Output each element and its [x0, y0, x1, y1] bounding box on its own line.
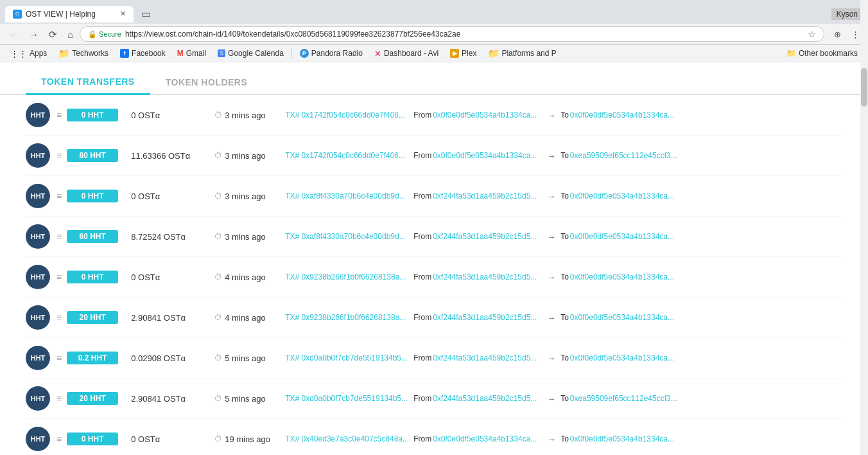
to-address[interactable]: 0x0f0e0df5e0534a4b1334ca... [570, 272, 674, 281]
from-label: From [413, 434, 431, 443]
bookmark-star-icon[interactable]: ☆ [808, 29, 816, 39]
tx-hash[interactable]: TX# 0xaf8f4330a70b6c4e00db9d... [285, 232, 413, 241]
lines-icon: ≡ [56, 191, 62, 201]
tab-close-button[interactable]: ✕ [120, 10, 126, 18]
from-address[interactable]: 0xf244fa53d1aa459b2c15d5... [433, 232, 542, 241]
platforms-folder-icon: 📁 [488, 48, 499, 58]
back-button[interactable]: ← [5, 27, 22, 42]
home-button[interactable]: ⌂ [64, 27, 77, 42]
arrow-icon: → [547, 192, 555, 201]
bookmark-pandora[interactable]: P Pandora Radio [295, 48, 368, 59]
tx-hash[interactable]: TX# 0xaf8f4330a70b6c4e00db9d... [285, 192, 413, 201]
clock-icon: ⏱ [214, 353, 222, 362]
scrollbar-thumb[interactable] [861, 68, 867, 107]
to-address[interactable]: 0x0f0e0df5e0534a4b1334ca... [570, 232, 674, 241]
bookmark-techworks[interactable]: 📁 Techworks [53, 47, 114, 60]
active-tab[interactable]: O OST VIEW | Helping ✕ [5, 6, 134, 22]
to-address[interactable]: 0x0f0e0df5e0534a4b1334ca... [570, 313, 674, 322]
arrow-icon: → [547, 272, 555, 282]
from-address[interactable]: 0xf244fa53d1aa459b2c15d5... [433, 353, 542, 362]
to-label: To [560, 232, 569, 241]
avatar: HHT [26, 224, 50, 249]
to-address[interactable]: 0x0f0e0df5e0534a4b1334ca... [570, 192, 674, 201]
tx-hash[interactable]: TX# 0x9238b266f1b0f66268138a... [285, 313, 413, 322]
facebook-icon: f [120, 49, 129, 58]
time-cell: ⏱ 4 mins ago [214, 272, 285, 282]
avatar: HHT [26, 386, 50, 411]
avatar: HHT [26, 427, 50, 451]
bookmark-dashboard[interactable]: ✕ Dashboard - Avi [369, 48, 444, 60]
token-badge: 20 HHT [67, 311, 118, 324]
page-content: TOKEN TRANSFERS TOKEN HOLDERS HHT ≡ 0 HH… [0, 62, 868, 455]
tab-token-transfers[interactable]: TOKEN TRANSFERS [26, 70, 150, 95]
browser-chrome: O OST VIEW | Helping ✕ ▭ Kyson ← → ⟳ ⌂ 🔒… [0, 0, 868, 62]
lines-icon: ≡ [56, 434, 62, 444]
bookmark-plex[interactable]: ▶ Plex [445, 48, 482, 59]
clock-icon: ⏱ [214, 232, 222, 241]
avatar: HHT [26, 305, 50, 330]
from-address[interactable]: 0x0f0e0df5e0534a4b1334ca... [433, 151, 542, 160]
tx-hash[interactable]: TX# 0xd0a0b0f7cb7de5519134b5... [285, 394, 413, 403]
table-row: HHT ≡ 0 HHT 0 OSTα ⏱ 3 mins ago TX# 0xaf… [26, 176, 842, 217]
bookmarks-bar: ⋮⋮ Apps 📁 Techworks f Facebook M Gmail S… [0, 45, 868, 62]
tab-title: OST VIEW | Helping [26, 10, 116, 19]
bookmark-techworks-label: Techworks [72, 49, 108, 58]
tx-hash[interactable]: TX# 0xd0a0b0f7cb7de5519134b5... [285, 353, 413, 362]
gcal-icon: S [218, 49, 225, 57]
bookmark-facebook[interactable]: f Facebook [115, 48, 171, 59]
from-label: From [413, 151, 431, 160]
token-badge: 0.2 HHT [67, 352, 118, 364]
to-label: To [560, 394, 569, 403]
clock-icon: ⏱ [214, 434, 222, 443]
forward-button[interactable]: → [25, 27, 42, 42]
scrollbar-track[interactable] [860, 0, 868, 455]
from-address[interactable]: 0xf244fa53d1aa459b2c15d5... [433, 394, 542, 403]
arrow-icon: → [547, 313, 555, 323]
to-address[interactable]: 0x0f0e0df5e0534a4b1334ca... [570, 353, 674, 362]
to-address[interactable]: 0x0f0e0df5e0534a4b1334ca... [570, 434, 674, 443]
ost-amount: 8.72524 OSTα [131, 232, 214, 242]
new-tab-button[interactable]: ▭ [134, 4, 159, 24]
token-badge: 0 HHT [67, 109, 118, 121]
bookmark-gmail[interactable]: M Gmail [172, 48, 211, 59]
arrow-icon: → [547, 394, 555, 404]
tx-hash[interactable]: TX# 0x1742f054c0c66dd0e7f406... [285, 151, 413, 160]
tx-hash[interactable]: TX# 0x40ed3e7a3c0e407c5c848a... [285, 434, 413, 443]
user-label: Kyson [831, 8, 863, 20]
to-address[interactable]: 0xea59509ef65cc112e45ccf3... [570, 394, 677, 403]
ost-amount: 11.63366 OSTα [131, 151, 214, 161]
bookmark-apps[interactable]: ⋮⋮ Apps [5, 48, 52, 60]
bookmark-google-calendar[interactable]: S Google Calenda [213, 48, 289, 59]
token-badge: 0 HHT [67, 271, 118, 283]
lines-icon: ≡ [56, 312, 62, 323]
clock-icon: ⏱ [214, 272, 222, 281]
extensions-button[interactable]: ⊕ [829, 26, 845, 42]
tx-hash[interactable]: TX# 0x9238b266f1b0f66268138a... [285, 272, 413, 281]
refresh-button[interactable]: ⟳ [45, 27, 61, 42]
ost-amount: 0.02908 OSTα [131, 353, 214, 363]
from-address[interactable]: 0x0f0e0df5e0534a4b1334ca... [433, 111, 542, 120]
time-cell: ⏱ 3 mins ago [214, 111, 285, 120]
folder-other-icon: 📁 [786, 49, 796, 58]
plex-icon: ▶ [450, 49, 459, 58]
transfers-list: HHT ≡ 0 HHT 0 OSTα ⏱ 3 mins ago TX# 0x17… [0, 95, 868, 455]
tx-hash[interactable]: TX# 0x1742f054c0c66dd0e7f406... [285, 111, 413, 120]
tabs-navigation: TOKEN TRANSFERS TOKEN HOLDERS [0, 62, 868, 95]
from-address[interactable]: 0xf244fa53d1aa459b2c15d5... [433, 192, 542, 201]
to-label: To [560, 434, 569, 443]
tab-token-holders[interactable]: TOKEN HOLDERS [150, 71, 263, 94]
gmail-icon: M [177, 49, 184, 58]
table-row: HHT ≡ 0 HHT 0 OSTα ⏱ 4 mins ago TX# 0x92… [26, 257, 842, 298]
other-bookmarks-label: Other bookmarks [799, 49, 858, 58]
to-address[interactable]: 0xea59509ef65cc112e45ccf3... [570, 151, 677, 160]
to-address[interactable]: 0x0f0e0df5e0534a4b1334ca... [570, 111, 674, 120]
from-address[interactable]: 0x0f0e0df5e0534a4b1334ca... [433, 434, 542, 443]
address-bar[interactable]: 🔒 Secure https://view.ost.com/chain-id/1… [80, 26, 824, 42]
arrow-icon: → [547, 151, 555, 161]
from-address[interactable]: 0xf244fa53d1aa459b2c15d5... [433, 313, 542, 322]
from-address[interactable]: 0xf244fa53d1aa459b2c15d5... [433, 272, 542, 281]
other-bookmarks[interactable]: 📁 Other bookmarks [781, 48, 863, 59]
bookmark-platforms[interactable]: 📁 Platforms and P [483, 47, 561, 60]
ost-amount: 0 OSTα [131, 192, 214, 201]
bookmark-gmail-label: Gmail [186, 49, 206, 58]
